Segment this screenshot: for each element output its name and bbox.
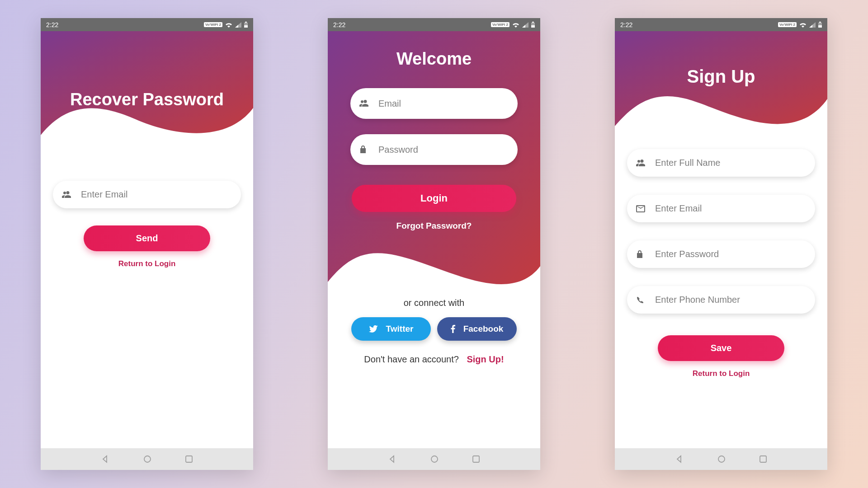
mail-icon	[636, 205, 649, 212]
email-input[interactable]	[378, 99, 509, 109]
page-title: Sign Up	[615, 66, 827, 87]
lock-icon	[636, 250, 649, 259]
status-icons: Vo'WIFI 2	[204, 22, 248, 28]
email-field-wrap[interactable]	[627, 195, 815, 222]
svg-rect-0	[245, 22, 247, 23]
forgot-password-link[interactable]: Forgot Password?	[328, 221, 540, 231]
name-field-wrap[interactable]	[627, 149, 815, 177]
email-field-wrap[interactable]	[350, 88, 518, 119]
facebook-label: Facebook	[463, 324, 504, 334]
login-button[interactable]: Login	[352, 185, 516, 212]
return-to-login-link[interactable]: Return to Login	[615, 369, 827, 378]
svg-point-8	[431, 456, 438, 462]
password-input[interactable]	[655, 249, 806, 259]
lock-icon	[359, 145, 372, 154]
facebook-button[interactable]: Facebook	[437, 317, 517, 341]
nav-home-icon[interactable]	[717, 455, 726, 463]
nav-recent-icon[interactable]	[472, 455, 480, 463]
recover-form: Send Return to Login	[41, 181, 253, 268]
svg-rect-7	[531, 25, 535, 28]
email-field-wrap[interactable]	[53, 181, 241, 208]
hero-recover: Recover Password	[41, 31, 253, 162]
signal-icon	[522, 22, 528, 28]
social-row: Twitter Facebook	[328, 317, 540, 341]
status-bar: 2:22 Vo'WIFI 2	[615, 18, 827, 31]
svg-rect-10	[819, 22, 821, 23]
android-nav	[615, 448, 827, 470]
status-icons: Vo'WIFI 2	[778, 22, 822, 28]
status-time: 2:22	[333, 21, 345, 28]
phone-icon	[636, 296, 649, 304]
android-nav	[41, 448, 253, 470]
nav-back-icon[interactable]	[675, 455, 684, 463]
wifi-icon	[512, 22, 519, 28]
phone-signup: 2:22 Vo'WIFI 2 Sign Up	[615, 18, 827, 470]
android-nav	[328, 448, 540, 470]
return-to-login-link[interactable]: Return to Login	[41, 259, 253, 268]
nav-back-icon[interactable]	[101, 455, 109, 463]
nav-home-icon[interactable]	[430, 455, 439, 463]
password-input[interactable]	[378, 145, 509, 155]
hero-signup: Sign Up	[615, 31, 827, 144]
wifi-call-badge: Vo'WIFI 2	[778, 22, 797, 27]
page-title: Recover Password	[41, 90, 253, 109]
status-time: 2:22	[620, 21, 632, 28]
signup-form: Save Return to Login	[615, 149, 827, 378]
svg-rect-5	[532, 22, 534, 23]
phone-login: 2:22 Vo'WIFI 2 Welcome	[328, 18, 540, 470]
svg-rect-4	[186, 456, 192, 462]
hero-wave-bg	[615, 31, 827, 144]
battery-icon	[244, 22, 248, 28]
save-button[interactable]: Save	[658, 335, 784, 361]
svg-point-3	[144, 456, 151, 462]
nav-home-icon[interactable]	[143, 455, 151, 463]
svg-rect-12	[818, 25, 822, 28]
twitter-label: Twitter	[386, 324, 414, 334]
phone-field-wrap[interactable]	[627, 286, 815, 314]
wifi-icon	[799, 22, 807, 28]
nav-recent-icon[interactable]	[760, 455, 767, 463]
phone-recover: 2:22 Vo'WIFI 2 Recover Password Send Ret…	[41, 18, 253, 470]
password-field-wrap[interactable]	[350, 134, 518, 165]
svg-rect-2	[244, 25, 248, 28]
twitter-button[interactable]: Twitter	[351, 317, 431, 341]
signal-icon	[809, 22, 816, 28]
social-section: or connect with Twitter Facebook Don't h…	[328, 298, 540, 365]
phone-input[interactable]	[655, 295, 806, 305]
twitter-icon	[369, 325, 378, 333]
status-bar: 2:22 Vo'WIFI 2	[328, 18, 540, 31]
connect-label: or connect with	[328, 298, 540, 308]
svg-rect-14	[760, 456, 766, 462]
battery-icon	[818, 22, 822, 28]
login-form: Login Forgot Password?	[328, 88, 540, 231]
nav-recent-icon[interactable]	[185, 455, 193, 463]
wifi-call-badge: Vo'WIFI 2	[204, 22, 222, 27]
signup-prompt-row: Don't have an account? Sign Up!	[328, 354, 540, 365]
person-icon	[359, 99, 372, 108]
wifi-icon	[225, 22, 232, 28]
svg-point-13	[718, 456, 725, 462]
password-field-wrap[interactable]	[627, 240, 815, 268]
status-icons: Vo'WIFI 2	[491, 22, 535, 28]
signup-link[interactable]: Sign Up!	[467, 354, 504, 364]
signal-icon	[235, 22, 241, 28]
svg-rect-9	[473, 456, 479, 462]
nav-back-icon[interactable]	[388, 455, 396, 463]
person-icon	[62, 191, 75, 199]
hero-login: Welcome Login Forgot Password?	[328, 31, 540, 289]
page-title: Welcome	[328, 49, 540, 69]
signup-prompt: Don't have an account?	[364, 354, 459, 364]
email-input[interactable]	[655, 203, 806, 214]
battery-icon	[531, 22, 535, 28]
name-input[interactable]	[655, 158, 806, 168]
send-button[interactable]: Send	[84, 225, 210, 251]
status-bar: 2:22 Vo'WIFI 2	[41, 18, 253, 31]
person-icon	[636, 159, 649, 167]
status-time: 2:22	[46, 21, 58, 28]
wifi-call-badge: Vo'WIFI 2	[491, 22, 509, 27]
facebook-icon	[451, 325, 455, 333]
email-input[interactable]	[81, 189, 232, 200]
